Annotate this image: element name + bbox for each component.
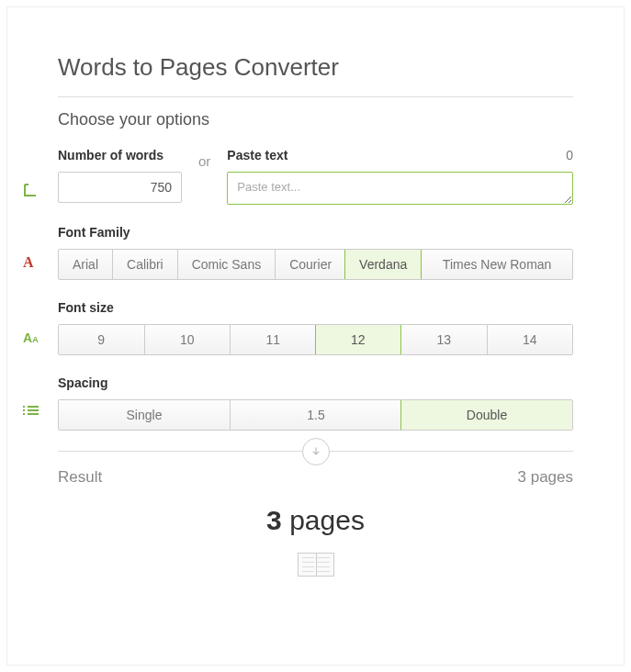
spacing-group: Single1.5Double: [58, 399, 573, 431]
fontFamily-option[interactable]: Arial: [59, 250, 112, 279]
fontSize-option[interactable]: 13: [400, 325, 487, 354]
converter-panel: Words to Pages Converter Choose your opt…: [0, 0, 631, 672]
fontSize-option[interactable]: 14: [487, 325, 573, 354]
result-label: Result: [58, 468, 102, 487]
paste-count: 0: [566, 148, 573, 162]
fontFamily-option[interactable]: Courier: [275, 250, 345, 279]
fontSize-option[interactable]: 11: [230, 325, 316, 354]
pages-icon: [58, 553, 573, 577]
font-size-group: 91011121314: [58, 324, 573, 355]
words-input[interactable]: [58, 172, 182, 203]
paste-label: Paste text: [227, 148, 287, 162]
result-divider: [58, 451, 573, 452]
spacing-icon: [23, 405, 56, 418]
paste-textarea[interactable]: [227, 172, 573, 205]
font-size-icon: AA: [23, 330, 56, 346]
font-size-label: Font size: [58, 300, 573, 315]
fontSize-option[interactable]: 9: [59, 325, 144, 354]
fontFamily-option[interactable]: Verdana: [344, 249, 422, 280]
fontFamily-option[interactable]: Times New Roman: [421, 250, 572, 279]
fontSize-option[interactable]: 12: [315, 324, 402, 355]
words-icon: [23, 183, 56, 199]
spacing-option[interactable]: 1.5: [230, 400, 401, 430]
arrow-down-icon: [302, 438, 330, 465]
page-title: Words to Pages Converter: [58, 53, 573, 82]
font-family-group: ArialCalibriComic SansCourierVerdanaTime…: [58, 249, 573, 280]
fontSize-option[interactable]: 10: [144, 325, 231, 354]
spacing-label: Spacing: [58, 375, 573, 390]
fontFamily-option[interactable]: Comic Sans: [177, 250, 275, 279]
result-unit: pages: [289, 505, 365, 535]
result-number: 3: [266, 505, 282, 535]
words-label: Number of words: [58, 148, 182, 162]
spacing-option[interactable]: Double: [400, 399, 573, 431]
font-family-label: Font Family: [58, 225, 573, 240]
font-family-icon: A: [23, 254, 56, 271]
result-summary: 3 pages: [518, 468, 574, 487]
spacing-option[interactable]: Single: [59, 400, 230, 430]
title-separator: [58, 96, 573, 97]
fontFamily-option[interactable]: Calibri: [112, 250, 177, 279]
subtitle: Choose your options: [58, 110, 573, 129]
result-display: 3 pages: [58, 505, 573, 536]
or-label: or: [198, 153, 210, 169]
